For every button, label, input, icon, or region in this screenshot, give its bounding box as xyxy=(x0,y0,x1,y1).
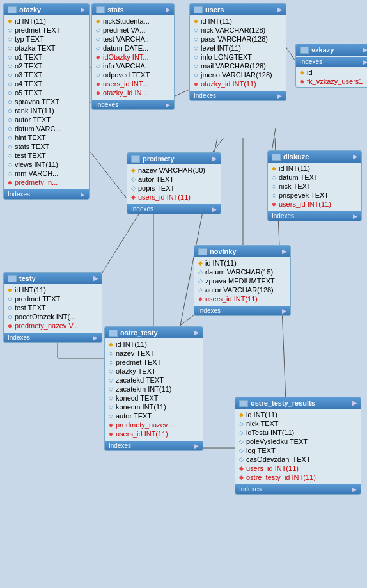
indexes-bar-ostre-testy[interactable]: Indexes ▶ xyxy=(105,441,203,450)
list-item: ◇rank INT(11) xyxy=(4,106,89,115)
pk-icon: ◆ xyxy=(6,287,13,293)
table-header-vzkazy[interactable]: vzkazy ▶ xyxy=(296,44,367,56)
table-icon-predmety xyxy=(131,155,140,163)
list-item: ◇nick TEXT xyxy=(235,419,361,428)
fk-icon: ◆ xyxy=(107,431,114,437)
list-item: ◇typ TEXT xyxy=(4,35,89,44)
table-title-users: users xyxy=(205,6,224,13)
field-icon: ◇ xyxy=(6,134,13,141)
table-users: users ▶ ◆id INT(11) ◇nick VARCHAR(128) ◇… xyxy=(189,3,286,101)
fk-icon: ◆ xyxy=(130,194,136,200)
indexes-chevron-predmety[interactable]: ▶ xyxy=(212,206,217,212)
table-header-stats[interactable]: stats ▶ xyxy=(92,4,174,15)
chevron-diskuze[interactable]: ▶ xyxy=(353,154,357,160)
list-item: ◆id INT(11) xyxy=(194,258,290,267)
list-item: ◇datum TEXT xyxy=(268,173,361,182)
field-icon: ◇ xyxy=(6,99,13,105)
indexes-chevron-stats[interactable]: ▶ xyxy=(166,102,170,108)
list-item: ◇stats TEXT xyxy=(4,142,89,151)
indexes-chevron-ostre-testy[interactable]: ▶ xyxy=(194,443,199,449)
chevron-predmety[interactable]: ▶ xyxy=(212,155,217,162)
table-body-users: ◆id INT(11) ◇nick VARCHAR(128) ◇pass VAR… xyxy=(190,15,286,90)
field-icon: ◇ xyxy=(107,413,114,419)
indexes-bar-ostre-testy-results[interactable]: Indexes ▶ xyxy=(235,484,361,494)
table-header-predmety[interactable]: predmety ▶ xyxy=(127,153,221,164)
table-body-testy: ◆id INT(11) ◇predmet TEXT ◇test TEXT ◇po… xyxy=(4,284,102,331)
field-icon: ◇ xyxy=(238,429,244,436)
table-body-ostre-testy-results: ◆id INT(11) ◇nick TEXT ◇idTestu INT(11) … xyxy=(235,409,361,483)
field-icon: ◇ xyxy=(270,192,277,198)
indexes-chevron-diskuze[interactable]: ▶ xyxy=(353,213,357,219)
indexes-bar-predmety[interactable]: Indexes ▶ xyxy=(127,204,221,214)
chevron-users[interactable]: ▶ xyxy=(277,6,282,13)
list-item: ◇autor TEXT xyxy=(127,175,221,184)
field-icon: ◇ xyxy=(130,185,136,191)
indexes-label-stats: Indexes xyxy=(96,101,118,108)
indexes-bar-stats[interactable]: Indexes ▶ xyxy=(92,100,174,109)
indexes-bar-testy[interactable]: Indexes ▶ xyxy=(4,333,102,342)
list-item: ◇hint TEXT xyxy=(4,133,89,142)
chevron-vzkazy[interactable]: ▶ xyxy=(363,47,367,53)
field-icon: ◇ xyxy=(6,72,13,78)
list-item: ◆users_id INT... xyxy=(92,79,174,88)
indexes-chevron-vzkazy-top[interactable]: ▶ xyxy=(363,59,367,65)
table-header-ostre-testy-results[interactable]: ostre_testy_results ▶ xyxy=(235,397,361,409)
table-header-ostre-testy[interactable]: ostre_testy ▶ xyxy=(105,327,203,338)
list-item: ◆id INT(11) xyxy=(105,340,203,349)
chevron-otazky[interactable]: ▶ xyxy=(81,6,85,13)
indexes-label-vzkazy-top: Indexes xyxy=(300,58,322,65)
list-item: ◇datum DATE... xyxy=(92,44,174,52)
field-icon: ◇ xyxy=(107,368,114,374)
list-item: ◆otazky_id INT(11) xyxy=(190,79,286,88)
fk-icon: ◆ xyxy=(107,422,114,428)
chevron-novinky[interactable]: ▶ xyxy=(282,248,286,255)
pk-icon: ◆ xyxy=(197,260,203,266)
indexes-bar-novinky[interactable]: Indexes ▶ xyxy=(194,306,290,315)
table-icon-users xyxy=(194,6,203,13)
chevron-stats[interactable]: ▶ xyxy=(166,6,170,13)
indexes-bar-diskuze[interactable]: Indexes ▶ xyxy=(268,211,361,221)
table-body-ostre-testy: ◆id INT(11) ◇nazev TEXT ◇predmet TEXT ◇o… xyxy=(105,338,203,440)
table-body-novinky: ◆id INT(11) ◇datum VARCHAR(15) ◇zprava M… xyxy=(194,257,290,305)
chevron-testy[interactable]: ▶ xyxy=(93,275,98,282)
table-title-stats: stats xyxy=(107,6,124,13)
list-item: ◇odpoved TEXT xyxy=(92,70,174,79)
table-stats: stats ▶ ◆nickStudenta... ◇predmet VA... … xyxy=(91,3,175,110)
field-icon: ◇ xyxy=(107,386,114,392)
field-icon: ◇ xyxy=(95,36,101,42)
list-item: ◇o2 TEXT xyxy=(4,61,89,70)
list-item: ◇autor VARCHAR(128) xyxy=(194,285,290,294)
list-item: ◆ostre_testy_id INT(11) xyxy=(235,473,361,482)
indexes-chevron-novinky[interactable]: ▶ xyxy=(282,308,286,314)
field-icon: ◇ xyxy=(6,152,13,159)
list-item: ◇zacatekm INT(11) xyxy=(105,385,203,393)
field-icon: ◇ xyxy=(6,63,13,69)
indexes-label-ostre-testy-results: Indexes xyxy=(239,486,262,493)
indexes-bar-vzkazy-top[interactable]: Indexes ▶ xyxy=(296,57,367,67)
field-icon: ◇ xyxy=(6,90,13,96)
list-item: ◇jmeno VARCHAR(128) xyxy=(190,70,286,79)
table-header-testy[interactable]: testy ▶ xyxy=(4,273,102,284)
list-item: ◇test VARCHA... xyxy=(92,35,174,44)
list-item: ◇level INT(11) xyxy=(190,44,286,52)
table-title-diskuze: diskuze xyxy=(283,153,309,161)
field-icon: ◇ xyxy=(107,395,114,401)
table-icon-stats xyxy=(96,6,105,13)
table-header-novinky[interactable]: novinky ▶ xyxy=(194,246,290,257)
table-header-otazky[interactable]: otazky ▶ xyxy=(4,4,89,15)
chevron-ostre-testy-results[interactable]: ▶ xyxy=(352,400,357,406)
field-icon: ◇ xyxy=(6,296,13,302)
indexes-bar-otazky[interactable]: Indexes ▶ xyxy=(4,189,89,199)
indexes-chevron-otazky[interactable]: ▶ xyxy=(81,191,85,198)
indexes-chevron-users[interactable]: ▶ xyxy=(277,93,282,99)
chevron-ostre-testy[interactable]: ▶ xyxy=(194,330,199,336)
indexes-bar-users[interactable]: Indexes ▶ xyxy=(190,91,286,100)
field-icon: ◇ xyxy=(270,183,277,189)
indexes-label-novinky: Indexes xyxy=(198,307,221,314)
table-diskuze: diskuze ▶ ◆id INT(11) ◇datum TEXT ◇nick … xyxy=(267,150,362,221)
table-header-diskuze[interactable]: diskuze ▶ xyxy=(268,151,361,163)
table-header-users[interactable]: users ▶ xyxy=(190,4,286,15)
indexes-chevron-testy[interactable]: ▶ xyxy=(93,335,98,341)
indexes-chevron-ostre-testy-results[interactable]: ▶ xyxy=(352,486,357,493)
list-item: ◇log TEXT xyxy=(235,446,361,455)
